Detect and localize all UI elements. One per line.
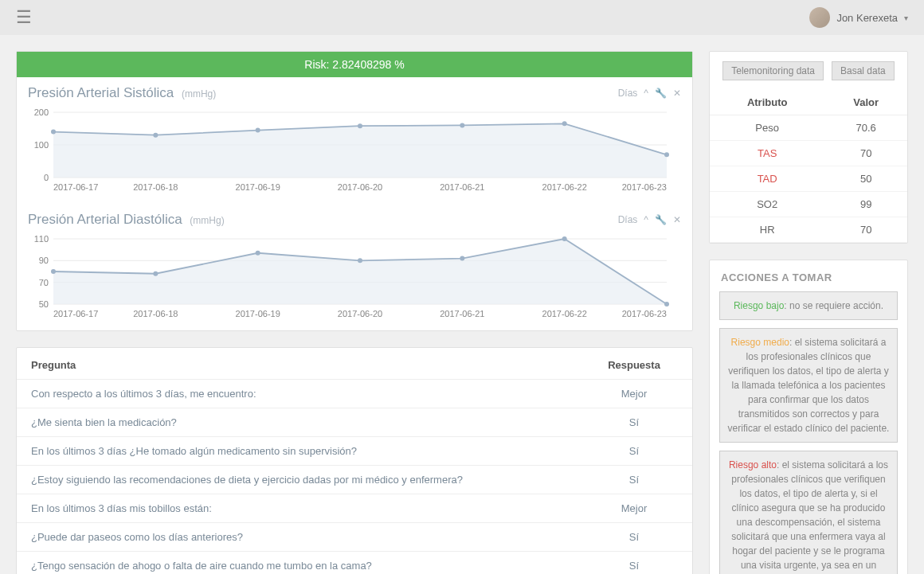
- close-icon[interactable]: ✕: [673, 88, 681, 99]
- attr-value: 50: [824, 166, 907, 192]
- question-text: ¿Puede dar paseos como los días anterior…: [31, 531, 590, 543]
- action-high: Riesgo alto: el sistema solicitará a los…: [719, 451, 898, 574]
- risk-low-text: : no se requiere acción.: [784, 300, 883, 311]
- svg-point-32: [460, 256, 464, 261]
- chart-title: Presión Arterial Diastólica: [28, 212, 182, 227]
- table-row: HR70: [710, 217, 907, 243]
- svg-text:90: 90: [39, 256, 49, 265]
- table-row: Con respecto a los últimos 3 días, me en…: [17, 380, 692, 408]
- question-text: ¿Tengo sensación de ahogo o falta de air…: [31, 560, 590, 572]
- table-row: SO299: [710, 192, 907, 217]
- val-header: Valor: [824, 90, 907, 115]
- days-label: Días: [618, 88, 638, 99]
- answer-text: Sí: [590, 560, 678, 572]
- svg-text:2017-06-19: 2017-06-19: [236, 309, 280, 318]
- settings-icon[interactable]: 🔧: [655, 214, 667, 225]
- question-text: En los últimos 3 días mis tobillos están…: [31, 502, 590, 514]
- actions-panel: ACCIONES A TOMAR Riesgo bajo: no se requ…: [709, 260, 908, 574]
- attr-value: 70: [824, 217, 907, 243]
- svg-text:2017-06-20: 2017-06-20: [338, 182, 382, 192]
- svg-point-10: [460, 123, 464, 127]
- svg-point-7: [153, 133, 158, 138]
- chart-svg: 01002002017-06-172017-06-182017-06-19201…: [28, 106, 673, 193]
- answer-text: Mejor: [590, 502, 678, 514]
- user-name: Jon Kerexeta: [836, 12, 898, 24]
- risk-high-label: Riesgo alto: [729, 459, 777, 471]
- attr-value: 70.6: [824, 115, 907, 141]
- svg-point-29: [153, 271, 158, 276]
- collapse-icon[interactable]: ^: [644, 88, 648, 99]
- table-row: ¿Puede dar paseos como los días anterior…: [17, 523, 692, 552]
- chart-unit: (mmHg): [190, 215, 224, 226]
- question-text: ¿Estoy siguiendo las recomendaciones de …: [31, 474, 590, 486]
- attr-name: TAD: [710, 166, 824, 192]
- risk-med-label: Riesgo medio: [731, 337, 789, 348]
- svg-text:2017-06-23: 2017-06-23: [622, 309, 667, 318]
- svg-text:2017-06-19: 2017-06-19: [236, 182, 280, 192]
- svg-text:0: 0: [44, 173, 49, 182]
- answer-text: Mejor: [590, 388, 678, 400]
- avatar: [809, 7, 830, 28]
- answer-text: Sí: [590, 531, 678, 543]
- svg-text:200: 200: [34, 107, 49, 117]
- close-icon[interactable]: ✕: [673, 214, 681, 225]
- days-label: Días: [618, 214, 638, 225]
- question-text: En los últimos 3 días ¿He tomado algún m…: [31, 445, 590, 457]
- svg-text:2017-06-23: 2017-06-23: [622, 182, 667, 192]
- svg-text:100: 100: [34, 140, 49, 150]
- svg-text:2017-06-21: 2017-06-21: [440, 182, 484, 192]
- user-menu[interactable]: Jon Kerexeta ▾: [809, 7, 908, 28]
- svg-text:2017-06-20: 2017-06-20: [338, 309, 382, 318]
- question-text: Con respecto a los últimos 3 días, me en…: [31, 388, 590, 400]
- risk-low-label: Riesgo bajo: [734, 300, 784, 311]
- svg-text:110: 110: [34, 234, 49, 244]
- attr-header: Atributo: [710, 90, 824, 115]
- svg-point-33: [562, 236, 567, 241]
- tab-basal[interactable]: Basal data: [832, 61, 895, 80]
- collapse-icon[interactable]: ^: [644, 214, 648, 225]
- attr-value: 70: [824, 141, 907, 166]
- risk-med-text: : el sistema solicitará a los profesiona…: [728, 337, 890, 434]
- action-low: Riesgo bajo: no se requiere acción.: [719, 291, 898, 320]
- svg-point-9: [358, 123, 362, 128]
- answer-text: Sí: [590, 416, 678, 428]
- risk-high-text: : el sistema solicitará a los profesiona…: [731, 459, 888, 574]
- chart-systolic: Presión Arterial Sistólica (mmHg) Días ^…: [17, 77, 692, 204]
- svg-text:2017-06-17: 2017-06-17: [53, 182, 98, 192]
- answer-header: Respuesta: [590, 359, 678, 371]
- svg-point-8: [256, 128, 260, 133]
- svg-text:2017-06-18: 2017-06-18: [133, 309, 178, 318]
- chevron-down-icon: ▾: [904, 14, 908, 22]
- svg-text:2017-06-22: 2017-06-22: [542, 182, 587, 192]
- attributes-panel: Telemonitoring data Basal data Atributo …: [709, 51, 908, 244]
- attr-name: SO2: [710, 192, 824, 217]
- questions-panel: Pregunta Respuesta Con respecto a los úl…: [16, 347, 693, 574]
- table-row: En los últimos 3 días ¿He tomado algún m…: [17, 437, 692, 466]
- svg-point-12: [664, 152, 669, 157]
- table-row: ¿Estoy siguiendo las recomendaciones de …: [17, 466, 692, 494]
- svg-point-28: [51, 269, 56, 274]
- svg-text:2017-06-22: 2017-06-22: [542, 309, 587, 318]
- action-med: Riesgo medio: el sistema solicitará a lo…: [719, 328, 898, 443]
- attr-name: Peso: [710, 115, 824, 141]
- svg-point-30: [256, 251, 260, 256]
- svg-point-34: [664, 302, 669, 307]
- table-row: TAS70: [710, 141, 907, 166]
- table-row: Peso70.6: [710, 115, 907, 141]
- svg-point-31: [358, 258, 362, 263]
- attr-value: 99: [824, 192, 907, 217]
- table-row: ¿Tengo sensación de ahogo o falta de air…: [17, 552, 692, 574]
- table-row: En los últimos 3 días mis tobillos están…: [17, 494, 692, 523]
- settings-icon[interactable]: 🔧: [655, 88, 667, 99]
- svg-text:70: 70: [39, 278, 49, 287]
- question-text: ¿Me sienta bien la medicación?: [31, 416, 590, 428]
- risk-banner: Risk: 2.82408298 %: [17, 52, 692, 77]
- tab-telemonitoring[interactable]: Telemonitoring data: [722, 61, 824, 80]
- attr-name: HR: [710, 217, 824, 243]
- svg-text:50: 50: [39, 299, 49, 309]
- hamburger-icon[interactable]: ☰: [16, 7, 32, 28]
- svg-text:2017-06-18: 2017-06-18: [133, 182, 178, 192]
- svg-point-11: [562, 121, 567, 126]
- answer-text: Sí: [590, 445, 678, 457]
- actions-title: ACCIONES A TOMAR: [710, 260, 907, 291]
